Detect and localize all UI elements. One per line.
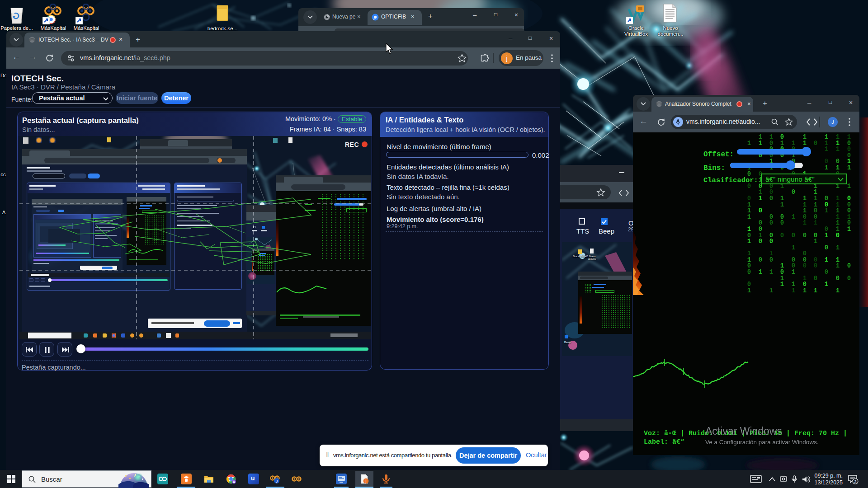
- svg-text:J: J: [276, 479, 278, 483]
- svg-text:j: j: [365, 479, 366, 483]
- svg-text:2: 2: [854, 479, 856, 484]
